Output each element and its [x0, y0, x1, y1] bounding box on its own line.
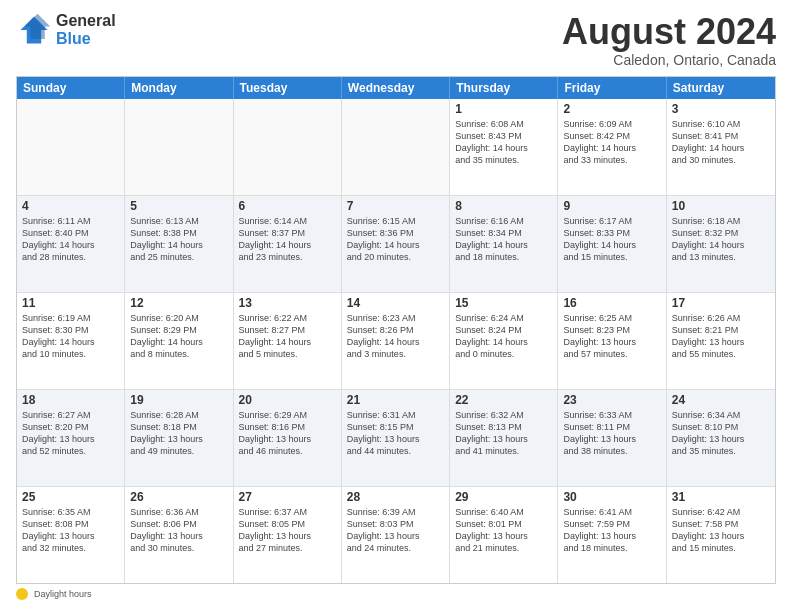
day-number: 26 [130, 490, 227, 504]
calendar-row-1: 1Sunrise: 6:08 AM Sunset: 8:43 PM Daylig… [17, 99, 775, 195]
calendar-cell: 18Sunrise: 6:27 AM Sunset: 8:20 PM Dayli… [17, 390, 125, 486]
logo-icon [16, 12, 52, 48]
cell-info: Sunrise: 6:22 AM Sunset: 8:27 PM Dayligh… [239, 312, 336, 361]
header-sunday: Sunday [17, 77, 125, 99]
page: General Blue August 2024 Caledon, Ontari… [0, 0, 792, 612]
calendar-cell [125, 99, 233, 195]
cell-info: Sunrise: 6:29 AM Sunset: 8:16 PM Dayligh… [239, 409, 336, 458]
cell-info: Sunrise: 6:32 AM Sunset: 8:13 PM Dayligh… [455, 409, 552, 458]
calendar-cell: 21Sunrise: 6:31 AM Sunset: 8:15 PM Dayli… [342, 390, 450, 486]
location: Caledon, Ontario, Canada [562, 52, 776, 68]
calendar-cell: 4Sunrise: 6:11 AM Sunset: 8:40 PM Daylig… [17, 196, 125, 292]
calendar-cell: 11Sunrise: 6:19 AM Sunset: 8:30 PM Dayli… [17, 293, 125, 389]
calendar-cell: 20Sunrise: 6:29 AM Sunset: 8:16 PM Dayli… [234, 390, 342, 486]
day-number: 13 [239, 296, 336, 310]
day-number: 11 [22, 296, 119, 310]
cell-info: Sunrise: 6:37 AM Sunset: 8:05 PM Dayligh… [239, 506, 336, 555]
day-number: 22 [455, 393, 552, 407]
calendar-row-2: 4Sunrise: 6:11 AM Sunset: 8:40 PM Daylig… [17, 195, 775, 292]
day-number: 7 [347, 199, 444, 213]
calendar-cell: 26Sunrise: 6:36 AM Sunset: 8:06 PM Dayli… [125, 487, 233, 583]
cell-info: Sunrise: 6:42 AM Sunset: 7:58 PM Dayligh… [672, 506, 770, 555]
calendar-cell: 28Sunrise: 6:39 AM Sunset: 8:03 PM Dayli… [342, 487, 450, 583]
day-number: 15 [455, 296, 552, 310]
cell-info: Sunrise: 6:39 AM Sunset: 8:03 PM Dayligh… [347, 506, 444, 555]
calendar-cell [234, 99, 342, 195]
calendar-cell: 23Sunrise: 6:33 AM Sunset: 8:11 PM Dayli… [558, 390, 666, 486]
day-number: 29 [455, 490, 552, 504]
day-number: 16 [563, 296, 660, 310]
header-monday: Monday [125, 77, 233, 99]
calendar-cell: 14Sunrise: 6:23 AM Sunset: 8:26 PM Dayli… [342, 293, 450, 389]
daylight-label: Daylight hours [34, 589, 92, 599]
day-number: 14 [347, 296, 444, 310]
day-number: 30 [563, 490, 660, 504]
logo-text: General Blue [56, 12, 116, 48]
calendar-cell: 29Sunrise: 6:40 AM Sunset: 8:01 PM Dayli… [450, 487, 558, 583]
cell-info: Sunrise: 6:41 AM Sunset: 7:59 PM Dayligh… [563, 506, 660, 555]
day-number: 20 [239, 393, 336, 407]
cell-info: Sunrise: 6:09 AM Sunset: 8:42 PM Dayligh… [563, 118, 660, 167]
sun-icon [16, 588, 28, 600]
day-number: 23 [563, 393, 660, 407]
calendar-cell: 25Sunrise: 6:35 AM Sunset: 8:08 PM Dayli… [17, 487, 125, 583]
day-number: 21 [347, 393, 444, 407]
month-title: August 2024 [562, 12, 776, 52]
calendar-cell: 8Sunrise: 6:16 AM Sunset: 8:34 PM Daylig… [450, 196, 558, 292]
day-number: 2 [563, 102, 660, 116]
calendar-cell: 2Sunrise: 6:09 AM Sunset: 8:42 PM Daylig… [558, 99, 666, 195]
calendar-cell: 13Sunrise: 6:22 AM Sunset: 8:27 PM Dayli… [234, 293, 342, 389]
calendar-cell: 7Sunrise: 6:15 AM Sunset: 8:36 PM Daylig… [342, 196, 450, 292]
calendar-body: 1Sunrise: 6:08 AM Sunset: 8:43 PM Daylig… [17, 99, 775, 583]
cell-info: Sunrise: 6:10 AM Sunset: 8:41 PM Dayligh… [672, 118, 770, 167]
calendar-cell: 30Sunrise: 6:41 AM Sunset: 7:59 PM Dayli… [558, 487, 666, 583]
calendar-cell: 24Sunrise: 6:34 AM Sunset: 8:10 PM Dayli… [667, 390, 775, 486]
header-wednesday: Wednesday [342, 77, 450, 99]
calendar: Sunday Monday Tuesday Wednesday Thursday… [16, 76, 776, 584]
cell-info: Sunrise: 6:24 AM Sunset: 8:24 PM Dayligh… [455, 312, 552, 361]
day-number: 12 [130, 296, 227, 310]
cell-info: Sunrise: 6:25 AM Sunset: 8:23 PM Dayligh… [563, 312, 660, 361]
cell-info: Sunrise: 6:14 AM Sunset: 8:37 PM Dayligh… [239, 215, 336, 264]
footer: Daylight hours [16, 588, 776, 600]
cell-info: Sunrise: 6:27 AM Sunset: 8:20 PM Dayligh… [22, 409, 119, 458]
header-thursday: Thursday [450, 77, 558, 99]
calendar-cell: 17Sunrise: 6:26 AM Sunset: 8:21 PM Dayli… [667, 293, 775, 389]
day-number: 25 [22, 490, 119, 504]
calendar-cell: 10Sunrise: 6:18 AM Sunset: 8:32 PM Dayli… [667, 196, 775, 292]
calendar-cell: 5Sunrise: 6:13 AM Sunset: 8:38 PM Daylig… [125, 196, 233, 292]
cell-info: Sunrise: 6:34 AM Sunset: 8:10 PM Dayligh… [672, 409, 770, 458]
cell-info: Sunrise: 6:36 AM Sunset: 8:06 PM Dayligh… [130, 506, 227, 555]
cell-info: Sunrise: 6:19 AM Sunset: 8:30 PM Dayligh… [22, 312, 119, 361]
day-number: 6 [239, 199, 336, 213]
calendar-cell: 27Sunrise: 6:37 AM Sunset: 8:05 PM Dayli… [234, 487, 342, 583]
day-number: 17 [672, 296, 770, 310]
title-block: August 2024 Caledon, Ontario, Canada [562, 12, 776, 68]
calendar-row-5: 25Sunrise: 6:35 AM Sunset: 8:08 PM Dayli… [17, 486, 775, 583]
cell-info: Sunrise: 6:20 AM Sunset: 8:29 PM Dayligh… [130, 312, 227, 361]
calendar-cell: 1Sunrise: 6:08 AM Sunset: 8:43 PM Daylig… [450, 99, 558, 195]
calendar-header: Sunday Monday Tuesday Wednesday Thursday… [17, 77, 775, 99]
cell-info: Sunrise: 6:31 AM Sunset: 8:15 PM Dayligh… [347, 409, 444, 458]
day-number: 5 [130, 199, 227, 213]
day-number: 10 [672, 199, 770, 213]
day-number: 27 [239, 490, 336, 504]
calendar-cell [342, 99, 450, 195]
calendar-cell: 19Sunrise: 6:28 AM Sunset: 8:18 PM Dayli… [125, 390, 233, 486]
header: General Blue August 2024 Caledon, Ontari… [16, 12, 776, 68]
day-number: 4 [22, 199, 119, 213]
day-number: 24 [672, 393, 770, 407]
cell-info: Sunrise: 6:33 AM Sunset: 8:11 PM Dayligh… [563, 409, 660, 458]
day-number: 9 [563, 199, 660, 213]
calendar-cell [17, 99, 125, 195]
cell-info: Sunrise: 6:23 AM Sunset: 8:26 PM Dayligh… [347, 312, 444, 361]
cell-info: Sunrise: 6:16 AM Sunset: 8:34 PM Dayligh… [455, 215, 552, 264]
day-number: 28 [347, 490, 444, 504]
cell-info: Sunrise: 6:15 AM Sunset: 8:36 PM Dayligh… [347, 215, 444, 264]
cell-info: Sunrise: 6:35 AM Sunset: 8:08 PM Dayligh… [22, 506, 119, 555]
day-number: 19 [130, 393, 227, 407]
cell-info: Sunrise: 6:11 AM Sunset: 8:40 PM Dayligh… [22, 215, 119, 264]
logo: General Blue [16, 12, 116, 48]
calendar-row-4: 18Sunrise: 6:27 AM Sunset: 8:20 PM Dayli… [17, 389, 775, 486]
calendar-cell: 16Sunrise: 6:25 AM Sunset: 8:23 PM Dayli… [558, 293, 666, 389]
